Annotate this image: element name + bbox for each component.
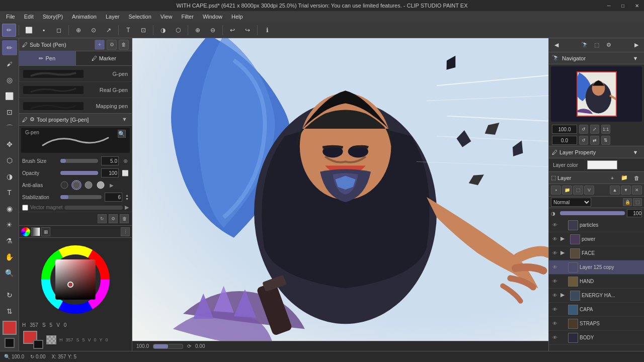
brush-size-lock[interactable]: ⊕ bbox=[122, 157, 129, 164]
toolbox-zoom[interactable]: 🔍 bbox=[2, 265, 17, 281]
layer-straps[interactable]: 👁 STRAPS bbox=[549, 317, 644, 331]
vector-magnet-slider[interactable] bbox=[64, 206, 123, 210]
nav-collapse[interactable]: ▼ bbox=[630, 53, 641, 64]
menu-edit[interactable]: Edit bbox=[20, 13, 38, 21]
layer-folder-btn[interactable]: 📁 bbox=[619, 172, 630, 184]
tool-gradient[interactable]: ◑ bbox=[156, 24, 170, 37]
aa-soft2[interactable] bbox=[84, 180, 94, 190]
vector-arrow[interactable]: ▶ bbox=[125, 204, 129, 211]
canvas-area[interactable]: 100.0 ⟳ 0.00 bbox=[132, 38, 548, 351]
aa-none[interactable] bbox=[59, 180, 69, 190]
layer-capa[interactable]: 👁 CAPA bbox=[549, 303, 644, 317]
layer-eye-capa[interactable]: 👁 bbox=[551, 306, 559, 314]
toolbox-eraser[interactable]: ⬜ bbox=[2, 88, 17, 104]
stabilization-arrows[interactable]: ▲▼ bbox=[125, 194, 129, 201]
toolbox-pen[interactable]: ✏ bbox=[2, 40, 17, 55]
layer-eye-straps[interactable]: 👁 bbox=[551, 320, 559, 328]
layer-opacity-slider[interactable] bbox=[560, 211, 625, 215]
layer-eye-power[interactable]: 👁 bbox=[551, 235, 559, 243]
layer-125-copy[interactable]: 👁 Layer 125 copy bbox=[549, 260, 644, 275]
layer-eye-125[interactable]: 👁 bbox=[551, 263, 559, 272]
tool-prop-delete[interactable]: 🗑 bbox=[120, 214, 129, 223]
toolbox-text[interactable]: T bbox=[2, 185, 17, 200]
nav-prev-btn[interactable]: ◀ bbox=[551, 40, 562, 51]
toolbox-lasso[interactable]: ⌒ bbox=[2, 121, 17, 136]
toolbox-bucket[interactable]: ⬡ bbox=[2, 153, 17, 168]
tab-marker[interactable]: 🖊 Marker bbox=[76, 51, 132, 65]
toolbox-flip[interactable]: ⇅ bbox=[2, 304, 17, 319]
tool-eraser[interactable]: ⊙ bbox=[87, 24, 101, 37]
zoom-1-1-btn[interactable]: 1:1 bbox=[601, 125, 610, 134]
tool-select[interactable]: ◻ bbox=[52, 24, 66, 37]
background-color-swatch[interactable] bbox=[5, 338, 15, 348]
lp-expand[interactable]: ▼ bbox=[630, 147, 641, 158]
color-slider-icon[interactable] bbox=[31, 227, 40, 236]
menu-layer[interactable]: Layer bbox=[102, 13, 124, 21]
toolbox-move[interactable]: ✥ bbox=[2, 137, 17, 152]
toolbox-rotate[interactable]: ↻ bbox=[2, 288, 17, 303]
layer-lock-transparent[interactable]: 🔒 bbox=[623, 198, 632, 206]
tool-prop-reset[interactable]: ↻ bbox=[98, 214, 107, 223]
layer-energy[interactable]: 👁 ▶ ENERGY HA... bbox=[549, 289, 644, 303]
lt-delete[interactable]: ✕ bbox=[632, 186, 642, 195]
color-palette-icon[interactable]: ▦ bbox=[41, 227, 50, 236]
layer-folder-face[interactable]: ▶ bbox=[560, 249, 569, 257]
toolbox-select[interactable]: ⊡ bbox=[2, 105, 17, 120]
mirror-v-btn[interactable]: ⇅ bbox=[601, 136, 610, 145]
lt-down[interactable]: ▼ bbox=[621, 186, 631, 195]
layer-face[interactable]: 👁 ▶ FACE bbox=[549, 246, 644, 260]
opacity-lock[interactable]: ⬜ bbox=[122, 169, 129, 176]
vector-magnet-checkbox[interactable] bbox=[22, 205, 28, 211]
foreground-color-swatch[interactable] bbox=[3, 321, 17, 335]
background-color[interactable] bbox=[33, 340, 43, 349]
menu-view[interactable]: View bbox=[156, 13, 177, 21]
aa-strong[interactable] bbox=[96, 180, 106, 190]
tool-undo[interactable]: ↩ bbox=[225, 24, 239, 37]
close-button[interactable]: ✕ bbox=[630, 0, 644, 11]
sub-tool-action-3[interactable]: 🗑 bbox=[119, 40, 129, 50]
tool-info[interactable]: ℹ bbox=[260, 24, 274, 37]
layer-lock-all[interactable]: ⬚ bbox=[633, 198, 642, 206]
opacity-value[interactable]: 100 bbox=[101, 168, 119, 177]
tool-zoom-in[interactable]: ⊕ bbox=[191, 24, 205, 37]
toolbox-eyedropper[interactable]: ⚗ bbox=[2, 233, 17, 248]
stabilization-slider[interactable] bbox=[60, 195, 102, 199]
layer-power[interactable]: 👁 ▶ power bbox=[549, 232, 644, 246]
color-wheel[interactable] bbox=[38, 242, 113, 317]
toolbox-brush[interactable]: 🖌 bbox=[2, 56, 17, 71]
lt-up[interactable]: ▲ bbox=[610, 186, 620, 195]
zoom-slider[interactable] bbox=[153, 344, 183, 349]
mirror-h-btn[interactable]: ⇄ bbox=[590, 136, 599, 145]
blend-mode-select[interactable]: Normal Multiply Screen Overlay Add bbox=[551, 198, 591, 207]
sub-tool-action-1[interactable]: + bbox=[95, 40, 105, 50]
lt-group[interactable]: ⬚ bbox=[573, 186, 583, 195]
brush-g-pen[interactable]: G-pen bbox=[19, 66, 132, 82]
stabilization-value[interactable]: 6 bbox=[105, 193, 122, 202]
rt-layers-btn[interactable]: ⬚ bbox=[591, 40, 602, 51]
layer-hand[interactable]: 👁 HAND bbox=[549, 275, 644, 289]
menu-file[interactable]: File bbox=[2, 13, 19, 21]
rotation-reset-btn[interactable]: ↺ bbox=[579, 136, 588, 145]
color-options[interactable]: ⋮ bbox=[121, 227, 130, 236]
rotation-input[interactable] bbox=[552, 136, 577, 145]
brush-mapping-pen[interactable]: Mapping pen bbox=[19, 98, 132, 113]
toolbox-hand[interactable]: ✋ bbox=[2, 249, 17, 264]
brush-settings-btn[interactable]: 🔍 bbox=[118, 130, 126, 138]
menu-story[interactable]: Story(P) bbox=[39, 13, 67, 21]
aa-expand[interactable]: ▶ bbox=[110, 183, 114, 188]
toolbox-gradient[interactable]: ◑ bbox=[2, 169, 17, 184]
nav-next-btn[interactable]: ▶ bbox=[631, 40, 642, 51]
layer-eye-particles[interactable]: 👁 bbox=[551, 221, 559, 229]
minimize-button[interactable]: ─ bbox=[602, 0, 616, 11]
toolbox-airbrush[interactable]: ◎ bbox=[2, 72, 17, 87]
tool-prop-settings[interactable]: ⚙ bbox=[109, 214, 118, 223]
tool-crop[interactable]: ⊡ bbox=[136, 24, 150, 37]
lt-vector[interactable]: V bbox=[584, 186, 594, 195]
menu-filter[interactable]: Filter bbox=[177, 13, 197, 21]
tool-bucket[interactable]: ⬡ bbox=[171, 24, 185, 37]
layer-delete-btn[interactable]: 🗑 bbox=[631, 172, 642, 184]
zoom-reset-btn[interactable]: ↺ bbox=[579, 125, 588, 134]
layer-folder-power[interactable]: ▶ bbox=[560, 235, 569, 243]
tool-fill[interactable]: ▪ bbox=[37, 24, 51, 37]
tool-rectangle[interactable]: ⬜ bbox=[22, 24, 36, 37]
